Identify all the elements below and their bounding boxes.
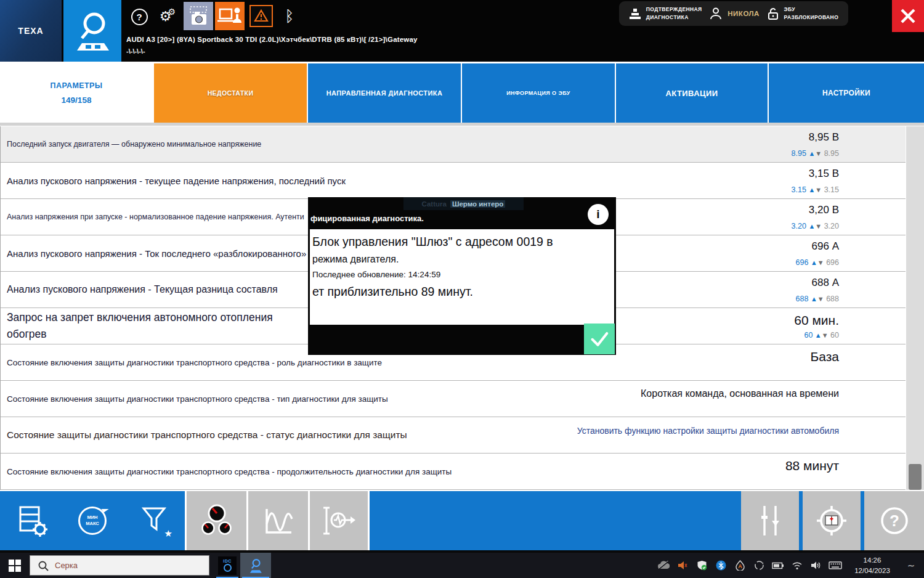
clock-time: 14:26 — [847, 555, 898, 566]
verified-label-line2: ДИАГНОСТИКА — [646, 14, 702, 22]
dashboard-view-button[interactable] — [187, 491, 246, 550]
taskbar-app-idc[interactable]: IDC — [214, 553, 240, 578]
taskbar-search-input[interactable]: Серка — [30, 555, 209, 576]
parameter-name: Анализ пускового напряжения - текущее па… — [7, 176, 346, 186]
parameter-name: Запрос на запрет включения автономного о… — [7, 309, 273, 343]
tab-parameters[interactable]: ПАРАМЕТРЫ 149/158 — [0, 63, 153, 123]
ecu-unlock-status[interactable]: ЭБУ РАЗБЛОКИРОВАНО — [767, 6, 839, 22]
popup-last-update: Последнее обновление: 14:24:59 — [312, 270, 440, 279]
onedrive-icon[interactable] — [656, 558, 671, 573]
max-value: 3.15 — [824, 185, 839, 194]
popup-body: Блок управления "Шлюз" с адресом 0019 в … — [310, 229, 614, 325]
filter-favorites-button[interactable]: ★ — [124, 491, 184, 550]
capture-tooltip-prefix: Cattura — [422, 200, 447, 208]
popup-text-line4: ет приблизительно 89 минут. — [312, 285, 473, 299]
parameter-row[interactable]: Состояние включения защиты диагностики т… — [1, 454, 906, 490]
search-text: Серка — [55, 561, 78, 570]
user-account[interactable]: НИКОЛА — [709, 7, 760, 20]
texa-logo[interactable]: TEXA — [0, 0, 62, 62]
max-value: 60 — [830, 331, 839, 340]
tab-guided-diagnostics[interactable]: НАПРАВЛЕННАЯ ДИАГНОСТИКА — [308, 63, 461, 123]
vehicle-info-line2: -\-\-\-\- — [126, 47, 145, 55]
vehicle-alert-button[interactable] — [249, 5, 273, 27]
settings-button[interactable]: ⚙ ⚙ — [154, 2, 181, 31]
table-gear-icon — [15, 504, 49, 537]
signal-output-button[interactable] — [310, 491, 368, 550]
parameter-row[interactable]: Анализ пускового напряжения - текущее па… — [1, 163, 906, 199]
antivirus-icon[interactable]: A — [732, 558, 747, 573]
info-icon: i — [588, 204, 609, 225]
taskbar-clock[interactable]: 14:26 12/04/2023 — [847, 555, 898, 576]
taskbar-app-diagnostics[interactable] — [240, 553, 271, 578]
touch-keyboard-icon[interactable] — [828, 558, 843, 573]
triangle-up-icon: ▲ — [808, 150, 815, 157]
audio-alert-icon[interactable] — [675, 558, 690, 573]
svg-text:?: ? — [890, 511, 899, 530]
target-book-icon — [814, 503, 849, 539]
min-value: 696 — [796, 258, 809, 267]
volume-icon[interactable] — [809, 558, 824, 573]
battery-icon[interactable] — [771, 558, 785, 573]
network-icon[interactable] — [790, 558, 804, 573]
parameter-name: Анализ пускового напряжения - Текущая ра… — [7, 284, 278, 295]
tab-ecu-info[interactable]: ИНФОРМАЦИЯ О ЭБУ — [462, 63, 615, 123]
vehicle-search-button[interactable] — [63, 0, 121, 62]
parameter-row[interactable]: Состояние защиты диагностики транспортно… — [1, 417, 906, 454]
rotation-lock-icon[interactable] — [752, 558, 766, 573]
parameter-row[interactable]: Последний запуск двигателя — обнаружено … — [1, 126, 906, 163]
pen-workspace-icon[interactable]: ∼ — [902, 560, 920, 571]
parameter-value: 688 А — [812, 277, 839, 289]
parameter-value: База — [810, 349, 839, 364]
triangle-down-icon: ▼ — [815, 222, 822, 230]
scrollbar-thumb[interactable] — [909, 464, 922, 490]
gauges-icon — [199, 503, 235, 539]
bluetooth-tray-icon[interactable] — [713, 558, 728, 573]
parameter-row[interactable]: Состояние включения защиты диагностики т… — [1, 381, 906, 417]
triangle-up-icon: ▲ — [811, 259, 817, 266]
security-shield-icon[interactable] — [694, 558, 709, 573]
bluetooth-icon[interactable]: ᛒ — [278, 5, 301, 27]
remote-assist-button[interactable] — [215, 2, 245, 30]
screenshot-button[interactable] — [184, 2, 213, 30]
min-max-icon: МИН МАКС — [78, 507, 107, 535]
close-button[interactable] — [892, 0, 924, 32]
help-icon: ? — [878, 505, 910, 537]
parameter-value: 88 минут — [785, 458, 839, 473]
magnifier-car-icon — [72, 7, 113, 54]
parameter-config-button[interactable] — [2, 491, 62, 550]
min-value: 3.20 — [792, 222, 806, 230]
troubleshooting-guide-button[interactable] — [803, 491, 861, 550]
svg-text:A: A — [738, 563, 742, 569]
triangle-down-icon: ▼ — [815, 150, 822, 157]
parameter-name: Последний запуск двигателя — обнаружено … — [7, 140, 261, 149]
max-value: 3.20 — [824, 222, 839, 230]
warning-icon — [253, 9, 269, 23]
parameter-name-line2: обогрев — [7, 326, 273, 343]
parameter-minmax: 688 ▲▼ 688 — [796, 295, 839, 303]
tab-faults[interactable]: НЕДОСТАТКИ — [154, 63, 307, 123]
search-icon — [38, 560, 49, 571]
graph-view-button[interactable] — [248, 491, 308, 550]
toolbar-help-button[interactable]: ? — [864, 491, 924, 550]
scrollbar-track[interactable] — [906, 126, 924, 490]
verified-diagnostics-status[interactable]: ПОДТВЕРЖДЕННАЯ ДИАГНОСТИКА — [629, 6, 702, 22]
adjustments-button[interactable] — [741, 491, 799, 550]
parameter-minmax: 696 ▲▼ 696 — [796, 258, 839, 267]
vehicle-info-line1: AUDI A3 [20>] (8YA) Sportback 30 TDI (2.… — [126, 36, 418, 43]
waveform-icon — [262, 505, 295, 536]
clock-date: 12/04/2023 — [847, 566, 898, 576]
parameter-name: Анализ напряжения при запуске - нормализ… — [7, 213, 304, 221]
user-name: НИКОЛА — [727, 10, 760, 17]
tab-settings-label: НАСТРОЙКИ — [822, 89, 870, 97]
start-button[interactable] — [0, 553, 30, 578]
camera-icon — [186, 4, 211, 28]
texa-diagnostic-app: TEXA ? ⚙ ⚙ — [0, 0, 924, 578]
sliders-icon — [755, 503, 785, 538]
triangle-down-icon: ▼ — [815, 186, 822, 193]
popup-confirm-button[interactable] — [584, 324, 615, 354]
parameter-minmax: 3.15 ▲▼ 3.15 — [792, 185, 839, 194]
tab-activations[interactable]: АКТИВАЦИИ — [616, 63, 768, 123]
help-button[interactable]: ? — [126, 2, 152, 31]
tab-settings[interactable]: НАСТРОЙКИ — [769, 63, 924, 123]
min-max-reset-button[interactable]: МИН МАКС — [63, 491, 122, 550]
